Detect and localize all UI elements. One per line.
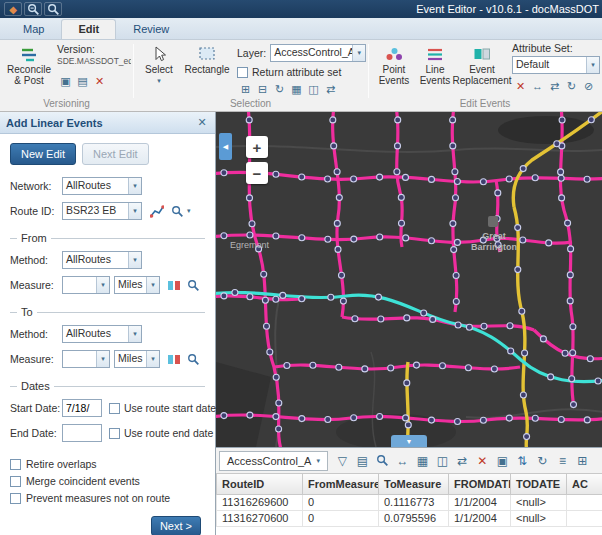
reselect-icon[interactable]: ↻	[271, 81, 288, 97]
column-header[interactable]: FROMDATE	[449, 474, 511, 494]
town-label: Egremont	[230, 240, 270, 250]
return-attribute-set-label: Return attribute set	[252, 66, 341, 78]
switch-selection-icon[interactable]: ⇄	[453, 451, 472, 470]
to-measure-input[interactable]: ▾	[62, 350, 110, 368]
delete-record-icon[interactable]: ✕	[473, 451, 492, 470]
tab-map[interactable]: Map	[6, 19, 61, 39]
route-id-select[interactable]: BSR23 EB ▾	[62, 202, 142, 220]
block-edit-icon[interactable]: ⊘	[580, 78, 597, 94]
line-events-button[interactable]: Line Events	[416, 43, 454, 99]
paste-version-icon[interactable]: ▤	[74, 73, 91, 89]
close-icon[interactable]: ✕	[195, 116, 209, 129]
show-selected-icon[interactable]: ▦	[413, 451, 432, 470]
to-unit-select[interactable]: Miles ▾	[114, 350, 160, 368]
column-header[interactable]: RouteID	[217, 474, 303, 494]
delete-version-icon[interactable]: ✕	[91, 73, 108, 89]
extend-events-icon[interactable]: ↔	[529, 78, 546, 94]
use-route-end-checkbox[interactable]	[109, 428, 120, 439]
swap-measures-icon[interactable]: ⇄	[546, 78, 563, 94]
select-remove-icon[interactable]: ⊟	[254, 81, 271, 97]
return-attribute-set-checkbox[interactable]	[237, 67, 248, 78]
table-menu-icon[interactable]: ▤	[353, 451, 372, 470]
tab-review[interactable]: Review	[116, 19, 186, 39]
to-method-select[interactable]: AllRoutes ▾	[62, 325, 142, 343]
filter-icon[interactable]: ▽	[333, 451, 352, 470]
point-events-button[interactable]: Point Events	[374, 43, 414, 99]
zoom-out-tool-icon[interactable]	[44, 2, 62, 16]
cursor-icon	[152, 46, 167, 62]
zoom-to-selected-icon[interactable]	[373, 451, 392, 470]
network-select[interactable]: AllRoutes ▾	[62, 177, 142, 195]
tab-edit[interactable]: Edit	[61, 19, 116, 39]
table-row[interactable]: 11316270600 0 0.0795596 1/1/2004 <null>	[217, 510, 602, 526]
to-section-label: To	[21, 306, 33, 318]
rectangle-tool-button[interactable]: Rectangle	[182, 43, 232, 99]
pick-measure-on-map-icon[interactable]	[165, 351, 182, 367]
column-options-icon[interactable]: ≡	[553, 451, 572, 470]
panel-title: Add Linear Events	[6, 117, 195, 129]
point-events-icon	[385, 46, 403, 62]
copy-record-icon[interactable]: ▣	[493, 451, 512, 470]
collapse-table-icon[interactable]: ▼	[391, 435, 427, 447]
end-date-input[interactable]	[62, 424, 102, 442]
table-tab-accesscontrol[interactable]: AccessControl_A ▾	[219, 451, 328, 471]
from-measure-label: Measure:	[10, 279, 62, 291]
attribute-set-select[interactable]: Default ▾	[512, 56, 600, 74]
map-canvas[interactable]: Egremont Great Barrington ◀ + − ▼	[216, 112, 602, 447]
zoom-to-measure-icon[interactable]	[185, 351, 202, 367]
zoom-out-button[interactable]: −	[246, 162, 268, 184]
start-date-input[interactable]	[62, 399, 102, 417]
reconcile-post-button[interactable]: Reconcile & Post	[4, 43, 54, 99]
from-method-select[interactable]: AllRoutes ▾	[62, 251, 142, 269]
chevron-down-icon: ▾	[146, 277, 159, 293]
zoom-in-tool-icon[interactable]	[24, 2, 42, 16]
pan-to-selected-icon[interactable]: ↔	[393, 451, 412, 470]
collapse-panel-icon[interactable]: ◀	[219, 133, 232, 160]
use-route-start-checkbox[interactable]	[109, 403, 120, 414]
app-icon[interactable]: ◆	[4, 2, 22, 16]
chevron-down-icon: ▾	[146, 351, 159, 367]
to-measure-label: Measure:	[10, 353, 62, 365]
rectangle-icon	[198, 46, 216, 62]
route-id-label: Route ID:	[10, 205, 62, 217]
retire-overlaps-checkbox[interactable]	[10, 459, 21, 470]
table-row[interactable]: 11316269600 0 0.1116773 1/1/2004 <null>	[217, 494, 602, 510]
zoom-in-button[interactable]: +	[246, 136, 268, 158]
chevron-down-icon[interactable]: ▾	[187, 207, 191, 215]
window-title: Event Editor - v10.6.1 - docMassDOT	[416, 3, 599, 15]
delete-events-icon[interactable]: ✕	[512, 78, 529, 94]
new-edit-button[interactable]: New Edit	[10, 143, 76, 165]
select-add-icon[interactable]: ⊞	[237, 81, 254, 97]
attribute-table-panel: AccessControl_A ▾ ▽ ▤ ↔ ▦ ◫ ⇄ ✕ ▣ ⇅ ↻ ≡ …	[216, 447, 602, 535]
end-date-label: End Date:	[10, 427, 62, 439]
pick-measure-on-map-icon[interactable]	[165, 277, 182, 293]
recalculate-icon[interactable]: ↻	[563, 78, 580, 94]
add-record-icon[interactable]: ⊞	[573, 451, 592, 470]
merge-coincident-checkbox[interactable]	[10, 476, 21, 487]
select-grid-icon[interactable]: ▦	[288, 81, 305, 97]
ribbon-separator	[368, 44, 369, 98]
column-header[interactable]: ToMeasure	[379, 474, 449, 494]
column-header[interactable]: AC	[567, 474, 602, 494]
clear-selection-icon[interactable]: ◫	[305, 81, 322, 97]
column-header[interactable]: FromMeasure	[303, 474, 379, 494]
select-route-on-map-icon[interactable]	[148, 203, 165, 219]
column-header[interactable]: TODATE	[511, 474, 567, 494]
next-edit-button[interactable]: Next Edit	[82, 143, 149, 165]
town-label: Great	[482, 231, 506, 241]
select-tool-button[interactable]: Select ▾	[140, 43, 178, 99]
copy-version-icon[interactable]: ▣	[57, 73, 74, 89]
next-button[interactable]: Next >	[151, 516, 201, 535]
from-unit-select[interactable]: Miles ▾	[114, 276, 160, 294]
zoom-to-measure-icon[interactable]	[185, 277, 202, 293]
switch-selection-icon[interactable]: ⇄	[322, 81, 339, 97]
sort-icon[interactable]: ⇅	[513, 451, 532, 470]
clear-selection-icon[interactable]: ◫	[433, 451, 452, 470]
event-replacement-button[interactable]: Event Replacement	[456, 43, 508, 99]
refresh-table-icon[interactable]: ↻	[533, 451, 552, 470]
layer-select[interactable]: AccessControl_A ▾	[270, 44, 366, 62]
from-measure-input[interactable]: ▾	[62, 276, 110, 294]
zoom-to-route-icon[interactable]	[169, 203, 186, 219]
prevent-measures-checkbox[interactable]	[10, 493, 21, 504]
attribute-table: RouteID FromMeasure ToMeasure FROMDATE T…	[216, 474, 602, 527]
